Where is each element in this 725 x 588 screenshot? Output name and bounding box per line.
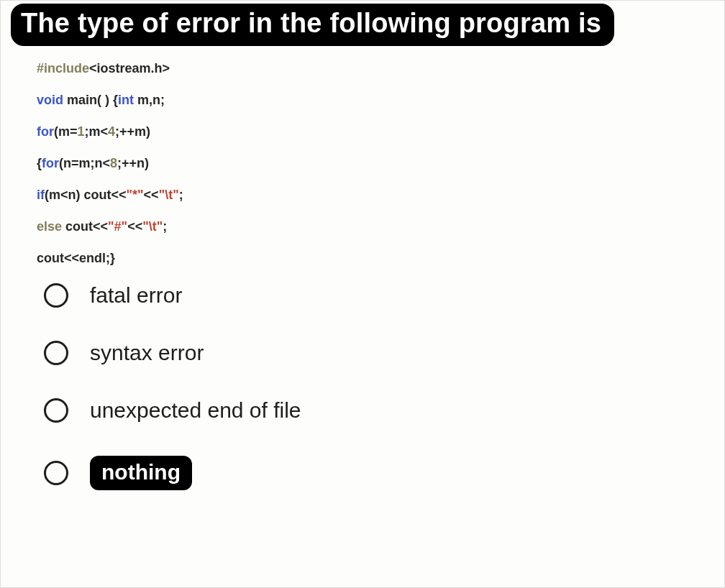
code-line-5: if(m<n) cout<<"*"<<"\t"; xyxy=(37,188,724,201)
tok-str-hash: "#" xyxy=(108,219,127,234)
tok-void: void xyxy=(37,93,63,107)
tok-if-cond: (m<n) cout<< xyxy=(45,188,127,202)
tok-str-tab2: "\t" xyxy=(142,219,163,234)
tok-endl: cout<<endl;} xyxy=(37,251,115,265)
option-syntax-error[interactable]: syntax error xyxy=(44,341,724,365)
option-label: unexpected end of file xyxy=(90,398,301,423)
tok-semi1: ; xyxy=(179,188,183,202)
tok-int: int xyxy=(118,93,134,107)
code-line-3: for(m=1;m<4;++m) xyxy=(37,125,724,138)
tok-num1: 1 xyxy=(78,124,85,139)
option-label: syntax error xyxy=(90,341,204,365)
tok-for2b: ;++n) xyxy=(117,156,149,170)
tok-include: #include xyxy=(37,61,89,75)
radio-icon[interactable] xyxy=(44,398,68,423)
tok-for1: for xyxy=(37,124,54,139)
option-label: fatal error xyxy=(90,283,182,308)
tok-for2: for xyxy=(42,156,59,170)
tok-else: else xyxy=(37,219,62,234)
tok-num8: 8 xyxy=(110,156,117,170)
option-unexpected-eof[interactable]: unexpected end of file xyxy=(44,398,724,423)
radio-icon[interactable] xyxy=(44,283,68,308)
options-list: fatal error syntax error unexpected end … xyxy=(44,283,724,490)
tok-header: <iostream.h> xyxy=(89,61,170,75)
radio-icon[interactable] xyxy=(44,341,68,365)
tok-cout2: cout<< xyxy=(62,219,108,234)
radio-icon[interactable] xyxy=(44,461,68,485)
tok-for1b: ;m< xyxy=(85,124,109,139)
code-line-7: cout<<endl;} xyxy=(37,252,724,265)
option-nothing[interactable]: nothing xyxy=(44,456,724,490)
code-block: #include<iostream.h> void main( ) {int m… xyxy=(37,62,724,265)
tok-semi2: ; xyxy=(163,219,167,234)
code-line-1: #include<iostream.h> xyxy=(37,62,724,75)
tok-for1a: (m= xyxy=(54,124,78,139)
code-line-4: {for(n=m;n<8;++n) xyxy=(37,157,724,170)
tok-main-open: main( ) { xyxy=(63,93,118,107)
tok-if: if xyxy=(37,188,45,202)
tok-num4: 4 xyxy=(108,124,115,139)
option-label-highlighted: nothing xyxy=(90,456,192,490)
tok-for2a: (n=m;n< xyxy=(59,156,110,170)
quiz-card: The type of error in the following progr… xyxy=(0,0,725,588)
code-line-6: else cout<<"#"<<"\t"; xyxy=(37,220,724,233)
tok-lshift2: << xyxy=(127,219,142,234)
code-line-2: void main( ) {int m,n; xyxy=(37,93,724,106)
tok-str-tab1: "\t" xyxy=(159,188,179,202)
option-fatal-error[interactable]: fatal error xyxy=(44,283,724,308)
tok-lshift1: << xyxy=(144,188,159,202)
tok-str-star: "*" xyxy=(127,188,144,202)
tok-vars: m,n; xyxy=(134,93,165,107)
question-title: The type of error in the following progr… xyxy=(11,4,614,46)
tok-brace-open: { xyxy=(37,156,42,170)
tok-for1c: ;++m) xyxy=(115,124,150,139)
